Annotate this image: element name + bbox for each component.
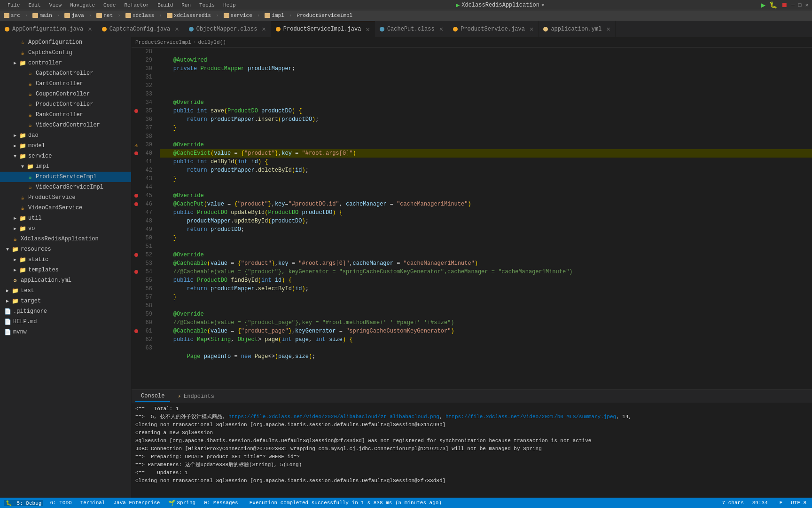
menu-code[interactable]: Code xyxy=(100,1,119,9)
tab-applicationyml[interactable]: application.yml ✕ xyxy=(539,21,615,37)
status-messages[interactable]: 0: Messages xyxy=(202,500,240,506)
line-num-54: 54 xyxy=(141,268,152,276)
app-menu[interactable]: File Edit View Navigate Code Refactor Bu… xyxy=(4,1,240,9)
status-encoding[interactable]: UTF-8 xyxy=(789,500,808,506)
tab-close-productservice[interactable]: ✕ xyxy=(530,25,533,33)
tab-cacheput[interactable]: CachePut.class ✕ xyxy=(375,21,448,37)
tab-close-cacheput[interactable]: ✕ xyxy=(439,25,443,33)
tab-close-applicationyml[interactable]: ✕ xyxy=(606,25,610,33)
menu-file[interactable]: File xyxy=(4,1,23,9)
debug-toolbar-btn[interactable]: 🐛 xyxy=(769,1,777,9)
tab-endpoints[interactable]: ⚡ Endpoints xyxy=(172,391,219,402)
code-line-63: Page pageInfo = new Page<>(page,size); xyxy=(160,352,812,361)
code-line-28 xyxy=(160,48,812,56)
path-src[interactable]: src xyxy=(4,13,20,18)
code-lines[interactable]: @Autowired private ProductMapper product… xyxy=(156,48,812,389)
menu-refactor[interactable]: Refactor xyxy=(120,1,153,9)
url-link-1[interactable]: https://file.xdclass.net/video/2020/alib… xyxy=(228,414,439,420)
tree-target-folder[interactable]: ▶ 📁 target xyxy=(0,296,131,306)
breakpoint-52[interactable] xyxy=(134,253,138,257)
tree-videocardcontroller[interactable]: ☕ VideoCardController xyxy=(0,120,131,130)
tree-vo-folder[interactable]: ▶ 📁 vo xyxy=(0,223,131,234)
breakpoint-40[interactable] xyxy=(134,151,138,155)
tab-appconfiguration[interactable]: AppConfiguration.java ✕ xyxy=(0,21,97,37)
status-spring[interactable]: 🌱 Spring xyxy=(166,500,197,507)
status-todo[interactable]: 6: TODO xyxy=(48,500,73,506)
tree-xdclassredisapp[interactable]: ☕ XdclassRedisApplication xyxy=(0,234,131,244)
status-debug[interactable]: 🐛 5: Debug xyxy=(4,500,43,506)
status-terminal[interactable]: Terminal xyxy=(78,500,107,506)
menu-help[interactable]: Help xyxy=(219,1,239,9)
window-maximize[interactable]: □ xyxy=(798,2,802,8)
url-link-2[interactable]: https://file.xdclass.net/video/2021/b0-M… xyxy=(445,414,616,420)
path-xdclass[interactable]: xdclass xyxy=(125,13,154,18)
menu-build[interactable]: Build xyxy=(154,1,177,9)
path-impl[interactable]: impl xyxy=(265,13,284,18)
tree-helpmd[interactable]: 📄 HELP.md xyxy=(0,317,131,327)
menu-view[interactable]: View xyxy=(46,1,65,9)
console-line-7: ==> Parameters: 这个是update888后的标题(String)… xyxy=(135,461,808,469)
tree-service-folder[interactable]: ▼ 📁 service xyxy=(0,151,131,161)
menu-run[interactable]: Run xyxy=(178,1,195,9)
code-line-54: public ProductDO findById(int id) { xyxy=(160,276,812,285)
status-position[interactable]: 39:34 xyxy=(750,500,770,506)
tree-videocardserviceimpl[interactable]: ☕ VideoCardServiceImpl xyxy=(0,182,131,192)
tab-console[interactable]: Console xyxy=(135,391,170,402)
tree-templates-folder[interactable]: ▶ 📁 templates xyxy=(0,265,131,275)
line-numbers: 28 29 30 31 32 33 34 35 36 37 38 39 40 4… xyxy=(141,48,156,389)
tree-captchacontroller[interactable]: ☕ CaptchaController xyxy=(0,68,131,79)
tab-productservice[interactable]: ProductService.java ✕ xyxy=(448,21,539,37)
project-selector[interactable]: ▶ XdclassRedisApplication ▼ xyxy=(456,1,544,9)
tree-test-folder[interactable]: ▶ 📁 test xyxy=(0,286,131,296)
path-java[interactable]: java xyxy=(64,13,84,18)
tree-static-folder[interactable]: ▶ 📁 static xyxy=(0,254,131,265)
tree-controller-folder[interactable]: ▶ 📁 controller xyxy=(0,58,131,68)
tree-cartcontroller[interactable]: ☕ CartController xyxy=(0,79,131,89)
code-line-36: return productMapper.insert(productDO); xyxy=(160,115,812,124)
tree-captchaconfig[interactable]: ☕ CaptchaConfig xyxy=(0,48,131,58)
breakpoint-61[interactable] xyxy=(134,329,138,333)
menu-tools[interactable]: Tools xyxy=(195,1,219,9)
tree-gitignore[interactable]: 📄 .gitignore xyxy=(0,306,131,317)
tree-dao-folder[interactable]: ▶ 📁 dao xyxy=(0,130,131,141)
run-toolbar-btn[interactable]: ▶ xyxy=(761,0,766,10)
tab-objectmapper[interactable]: ObjectMapper.class ✕ xyxy=(184,21,271,37)
status-chars[interactable]: 7 chars xyxy=(720,500,746,506)
test-arrow: ▶ xyxy=(4,287,11,294)
breakpoint-54[interactable] xyxy=(134,270,138,274)
tab-close-captchaconfig[interactable]: ✕ xyxy=(175,25,179,33)
tree-mvnw[interactable]: 📄 mvnw xyxy=(0,327,131,337)
stop-btn[interactable]: ⏹ xyxy=(781,1,788,9)
breakpoint-45[interactable] xyxy=(134,194,138,198)
window-minimize[interactable]: ─ xyxy=(791,2,795,8)
status-java-enterprise[interactable]: Java Enterprise xyxy=(111,500,162,506)
tree-model-folder[interactable]: ▶ 📁 model xyxy=(0,141,131,151)
tree-resources-folder[interactable]: ▼ 📁 resources xyxy=(0,244,131,254)
tab-close-objectmapper[interactable]: ✕ xyxy=(262,25,265,33)
breakpoint-35[interactable] xyxy=(134,109,138,113)
tree-productservice[interactable]: ☕ ProductService xyxy=(0,192,131,203)
code-editor[interactable]: ⚠ xyxy=(132,48,812,389)
tab-productserviceimpl[interactable]: ProductServiceImpl.java ✕ xyxy=(271,21,375,37)
tree-couponcontroller[interactable]: ☕ CouponController xyxy=(0,89,131,99)
tree-productcontroller[interactable]: ☕ ProductController xyxy=(0,99,131,110)
tree-applicationyml[interactable]: ⚙ application.yml xyxy=(0,275,131,286)
path-service[interactable]: service xyxy=(224,13,252,18)
menu-navigate[interactable]: Navigate xyxy=(66,1,99,9)
path-net[interactable]: net xyxy=(96,13,113,18)
window-close[interactable]: ✕ xyxy=(805,2,808,8)
path-redis[interactable]: xdclassredis xyxy=(167,13,211,18)
path-main[interactable]: main xyxy=(32,13,52,18)
tree-impl-folder[interactable]: ▼ 📁 impl xyxy=(0,161,131,172)
status-lf[interactable]: LF xyxy=(774,500,784,506)
tab-close-productserviceimpl[interactable]: ✕ xyxy=(366,25,369,33)
menu-edit[interactable]: Edit xyxy=(24,1,44,9)
tree-rankcontroller[interactable]: ☕ RankController xyxy=(0,110,131,120)
tree-videocardservice[interactable]: ☕ VideoCardService xyxy=(0,203,131,213)
tab-close-appconfiguration[interactable]: ✕ xyxy=(88,25,92,33)
tree-appconfiguration[interactable]: ☕ AppConfiguration xyxy=(0,37,131,48)
tree-util-folder[interactable]: ▶ 📁 util xyxy=(0,213,131,223)
tree-productserviceimpl[interactable]: ☕ ProductServiceImpl xyxy=(0,172,131,182)
tab-captchaconfig[interactable]: CaptchaConfig.java ✕ xyxy=(97,21,184,37)
breakpoint-46[interactable] xyxy=(134,202,138,206)
